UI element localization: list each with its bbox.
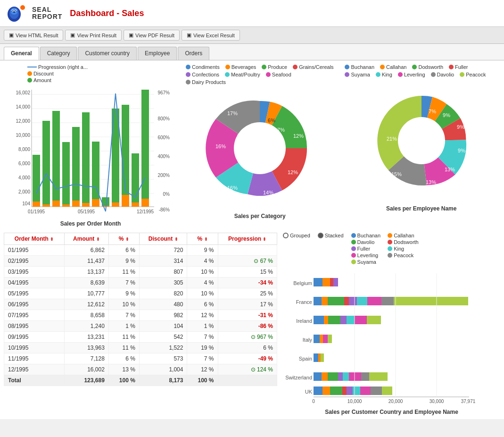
svg-point-7 xyxy=(15,10,16,11)
svg-rect-61 xyxy=(141,199,149,207)
chart-employee: Buchanan Callahan Dodsworth Fuller Suyam… xyxy=(342,64,500,227)
svg-text:12/1995: 12/1995 xyxy=(137,209,154,214)
legend-dairy: Dairy Products xyxy=(186,79,226,85)
svg-rect-107 xyxy=(347,316,355,324)
svg-rect-51 xyxy=(42,204,50,207)
view-excel-button[interactable]: ▣ View Excel Result xyxy=(182,30,240,41)
svg-rect-48 xyxy=(132,153,139,207)
svg-rect-96 xyxy=(328,297,344,305)
svg-text:12%: 12% xyxy=(288,169,298,175)
stacked-radio[interactable]: Stacked xyxy=(318,233,344,238)
svg-rect-109 xyxy=(367,316,381,324)
legend-discount: Discount xyxy=(27,71,54,76)
print-icon: ▣ xyxy=(70,32,75,38)
tab-category[interactable]: Category xyxy=(40,47,77,60)
svg-text:37,971: 37,971 xyxy=(461,399,476,404)
view-print-button[interactable]: ▣ View Print Result xyxy=(65,30,122,41)
cell-amt-pct: 1 % xyxy=(108,321,139,332)
total-progression xyxy=(218,375,277,386)
cell-month: 01/1995 xyxy=(4,245,65,256)
svg-text:9%: 9% xyxy=(457,124,464,130)
cell-amt-pct: 6 % xyxy=(108,245,139,256)
legend-buchanan-bar: Buchanan xyxy=(351,233,382,238)
svg-rect-98 xyxy=(349,297,357,305)
view-pdf-button[interactable]: ▣ View PDF Result xyxy=(124,30,180,41)
legend-confections: Confections xyxy=(186,72,219,77)
bottom-row: Order Month ⇕ Amount ⇕ % ⇕ Discount ⇕ % … xyxy=(4,233,500,415)
svg-rect-114 xyxy=(314,353,318,362)
svg-rect-38 xyxy=(33,155,40,207)
svg-rect-50 xyxy=(33,202,40,207)
svg-rect-108 xyxy=(355,316,367,324)
cell-disc-pct: 12 % xyxy=(187,310,218,321)
svg-rect-101 xyxy=(381,297,394,305)
svg-text:-86%: -86% xyxy=(159,207,170,212)
svg-rect-90 xyxy=(314,278,322,286)
chart-order-month: Progression (right a... Discount Amount … xyxy=(4,64,177,227)
svg-rect-111 xyxy=(320,335,323,343)
cell-month: 08/1995 xyxy=(4,321,65,332)
col-header-amt-pct: % ⇕ xyxy=(108,233,139,245)
svg-rect-126 xyxy=(322,387,330,395)
cell-discount: 305 xyxy=(139,277,187,288)
table-row: 04/1995 8,639 7 % 305 4 % -34 % xyxy=(4,277,277,288)
cell-month: 11/1995 xyxy=(4,353,65,364)
tab-orders[interactable]: Orders xyxy=(178,47,209,60)
table-row: 12/1995 16,002 13 % 1,004 12 % ⊙ 124 % xyxy=(4,364,277,375)
svg-text:967%: 967% xyxy=(157,90,170,95)
page-title: Dashboard - Sales xyxy=(70,8,144,18)
cell-amt-pct: 7 % xyxy=(108,277,139,288)
legend-buchanan: Buchanan xyxy=(345,64,374,70)
svg-rect-44 xyxy=(92,142,99,207)
svg-rect-127 xyxy=(330,387,342,395)
view-excel-label: View Excel Result xyxy=(193,33,235,38)
cell-amount: 8,658 xyxy=(64,310,108,321)
cell-amount: 13,137 xyxy=(64,267,108,277)
cell-amt-pct: 11 % xyxy=(108,267,139,277)
svg-rect-125 xyxy=(314,387,322,395)
legend-seafood: Seafood xyxy=(266,72,291,77)
table-row: 09/1995 13,231 11 % 542 7 % ⊙ 967 % xyxy=(4,332,277,343)
svg-rect-52 xyxy=(52,201,60,207)
svg-rect-53 xyxy=(62,204,70,207)
svg-text:12,000: 12,000 xyxy=(16,118,30,124)
cell-disc-pct: 19 % xyxy=(187,343,218,353)
legend-leverling-bar: Leverling xyxy=(351,252,382,258)
tab-general[interactable]: General xyxy=(4,47,39,60)
svg-rect-132 xyxy=(371,387,382,395)
tab-customer-country[interactable]: Customer country xyxy=(78,47,137,60)
main-content: Progression (right a... Discount Amount … xyxy=(0,60,504,419)
svg-text:17%: 17% xyxy=(227,110,238,116)
svg-rect-97 xyxy=(344,297,349,305)
svg-text:Switzerland: Switzerland xyxy=(285,375,312,380)
col-header-discount: Discount ⇕ xyxy=(139,233,187,245)
table-row: 05/1995 10,777 9 % 820 10 % 25 % xyxy=(4,288,277,299)
cell-month: 05/1995 xyxy=(4,288,65,299)
svg-text:7%: 7% xyxy=(429,109,436,114)
svg-text:12%: 12% xyxy=(293,133,304,139)
svg-text:6%: 6% xyxy=(268,118,275,123)
cell-disc-pct: 10 % xyxy=(187,267,218,277)
cell-discount: 1,522 xyxy=(139,343,187,353)
table-row: 07/1995 8,658 7 % 982 12 % -31 % xyxy=(4,310,277,321)
view-html-button[interactable]: ▣ View HTML Result xyxy=(4,30,63,41)
svg-rect-59 xyxy=(122,195,129,207)
cell-amount: 16,002 xyxy=(64,364,108,375)
svg-text:UK: UK xyxy=(305,389,313,395)
cell-disc-pct: 4 % xyxy=(187,256,218,267)
cell-amount: 13,231 xyxy=(64,332,108,343)
charts-row: Progression (right a... Discount Amount … xyxy=(4,64,500,227)
svg-text:01/1995: 01/1995 xyxy=(28,209,45,214)
svg-rect-41 xyxy=(62,142,70,207)
svg-text:France: France xyxy=(296,299,312,305)
cell-discount: 480 xyxy=(139,299,187,310)
cell-discount: 542 xyxy=(139,332,187,343)
grouped-radio[interactable]: Grouped xyxy=(283,233,310,238)
svg-text:104: 104 xyxy=(22,201,30,206)
chart4-title: Sales per Customer Country and Employee … xyxy=(283,409,500,415)
total-discount: 8,173 xyxy=(139,375,187,386)
col-header-progression: Progression ⇕ xyxy=(218,233,277,245)
tab-employee[interactable]: Employee xyxy=(138,47,177,60)
cell-month: 04/1995 xyxy=(4,277,65,288)
table-row: 02/1995 11,437 9 % 314 4 % ⊙ 67 % xyxy=(4,256,277,267)
